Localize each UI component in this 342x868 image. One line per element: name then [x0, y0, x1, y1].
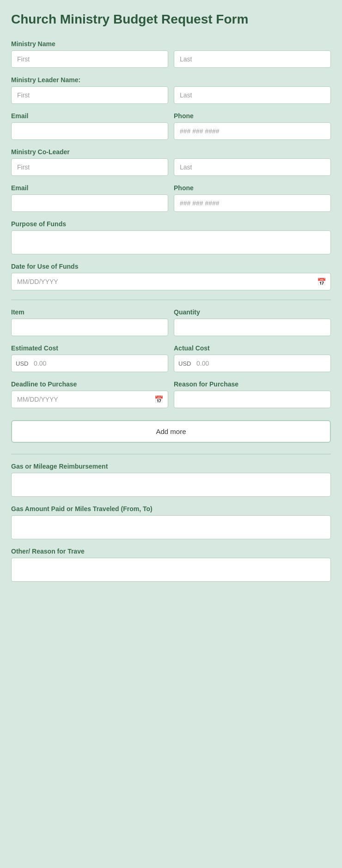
gas-amount-label: Gas Amount Paid or Miles Traveled (From,… — [11, 505, 331, 512]
leader-phone-input[interactable] — [174, 122, 331, 140]
coleader-first-input[interactable] — [11, 158, 168, 176]
deadline-input-wrapper: 📅 — [11, 391, 168, 408]
add-more-button[interactable]: Add more — [11, 420, 331, 443]
section-divider-2 — [11, 454, 331, 454]
ministry-leader-last-input[interactable] — [174, 86, 331, 104]
section-divider-1 — [11, 300, 331, 300]
coleader-contact-row: Email Phone — [11, 184, 331, 212]
cost-section: Estimated Cost USD Actual Cost USD — [11, 344, 331, 372]
date-use-label: Date for Use of Funds — [11, 263, 331, 270]
ministry-leader-first-input[interactable] — [11, 86, 168, 104]
actual-cost-input[interactable] — [174, 355, 331, 372]
ministry-leader-row — [11, 86, 331, 104]
coleader-email-input[interactable] — [11, 194, 168, 212]
actual-cost-label: Actual Cost — [174, 344, 331, 352]
coleader-row — [11, 158, 331, 176]
deadline-label: Deadline to Purchase — [11, 380, 168, 388]
ministry-leader-section: Ministry Leader Name: — [11, 76, 331, 104]
gas-mileage-label: Gas or Mileage Reimbursement — [11, 463, 331, 470]
item-input[interactable] — [11, 319, 168, 336]
deadline-reason-section: Deadline to Purchase 📅 Reason for Purcha… — [11, 380, 331, 408]
item-col: Item — [11, 308, 168, 336]
estimated-cost-input[interactable] — [11, 355, 168, 372]
leader-email-col: Email — [11, 112, 168, 140]
date-use-section: Date for Use of Funds 📅 — [11, 263, 331, 290]
ministry-name-first-col — [11, 50, 168, 68]
reason-purchase-label: Reason for Purchase — [174, 380, 331, 388]
ministry-name-last-col — [174, 50, 331, 68]
date-use-input[interactable] — [11, 273, 331, 290]
item-label: Item — [11, 308, 168, 316]
deadline-reason-row: Deadline to Purchase 📅 Reason for Purcha… — [11, 380, 331, 408]
leader-phone-label: Phone — [174, 112, 331, 120]
gas-amount-section: Gas Amount Paid or Miles Traveled (From,… — [11, 505, 331, 539]
gas-mileage-input[interactable] — [11, 473, 331, 497]
ministry-leader-last-col — [174, 86, 331, 104]
coleader-section: Ministry Co-Leader — [11, 148, 331, 176]
coleader-email-col: Email — [11, 184, 168, 212]
leader-email-input[interactable] — [11, 122, 168, 140]
gas-amount-input[interactable] — [11, 515, 331, 539]
actual-cost-wrapper: USD — [174, 355, 331, 372]
leader-phone-col: Phone — [174, 112, 331, 140]
date-use-input-wrapper: 📅 — [11, 273, 331, 290]
actual-cost-col: Actual Cost USD — [174, 344, 331, 372]
coleader-label: Ministry Co-Leader — [11, 148, 331, 156]
reason-purchase-input[interactable] — [174, 391, 331, 408]
gas-mileage-section: Gas or Mileage Reimbursement — [11, 463, 331, 497]
page-title: Church Ministry Budget Request Form — [11, 11, 331, 27]
purpose-input[interactable] — [11, 230, 331, 254]
deadline-input[interactable] — [11, 391, 168, 408]
coleader-contact-section: Email Phone — [11, 184, 331, 212]
purpose-section: Purpose of Funds — [11, 220, 331, 254]
coleader-last-input[interactable] — [174, 158, 331, 176]
coleader-first-col — [11, 158, 168, 176]
leader-contact-row: Email Phone — [11, 112, 331, 140]
ministry-name-label: Ministry Name — [11, 40, 331, 48]
estimated-cost-col: Estimated Cost USD — [11, 344, 168, 372]
purpose-label: Purpose of Funds — [11, 220, 331, 228]
ministry-name-row — [11, 50, 331, 68]
quantity-label: Quantity — [174, 308, 331, 316]
leader-email-label: Email — [11, 112, 168, 120]
coleader-last-col — [174, 158, 331, 176]
coleader-email-label: Email — [11, 184, 168, 192]
other-reason-label: Other/ Reason for Trave — [11, 548, 331, 555]
estimated-cost-wrapper: USD — [11, 355, 168, 372]
item-quantity-section: Item Quantity — [11, 308, 331, 336]
coleader-phone-input[interactable] — [174, 194, 331, 212]
ministry-leader-label: Ministry Leader Name: — [11, 76, 331, 84]
other-reason-input[interactable] — [11, 558, 331, 582]
coleader-phone-col: Phone — [174, 184, 331, 212]
deadline-col: Deadline to Purchase 📅 — [11, 380, 168, 408]
other-reason-section: Other/ Reason for Trave — [11, 548, 331, 582]
ministry-name-first-input[interactable] — [11, 50, 168, 68]
leader-contact-section: Email Phone — [11, 112, 331, 140]
quantity-input[interactable] — [174, 319, 331, 336]
reason-col: Reason for Purchase — [174, 380, 331, 408]
estimated-cost-label: Estimated Cost — [11, 344, 168, 352]
coleader-phone-label: Phone — [174, 184, 331, 192]
cost-row: Estimated Cost USD Actual Cost USD — [11, 344, 331, 372]
ministry-name-last-input[interactable] — [174, 50, 331, 68]
quantity-col: Quantity — [174, 308, 331, 336]
ministry-name-section: Ministry Name — [11, 40, 331, 68]
item-quantity-row: Item Quantity — [11, 308, 331, 336]
ministry-leader-first-col — [11, 86, 168, 104]
